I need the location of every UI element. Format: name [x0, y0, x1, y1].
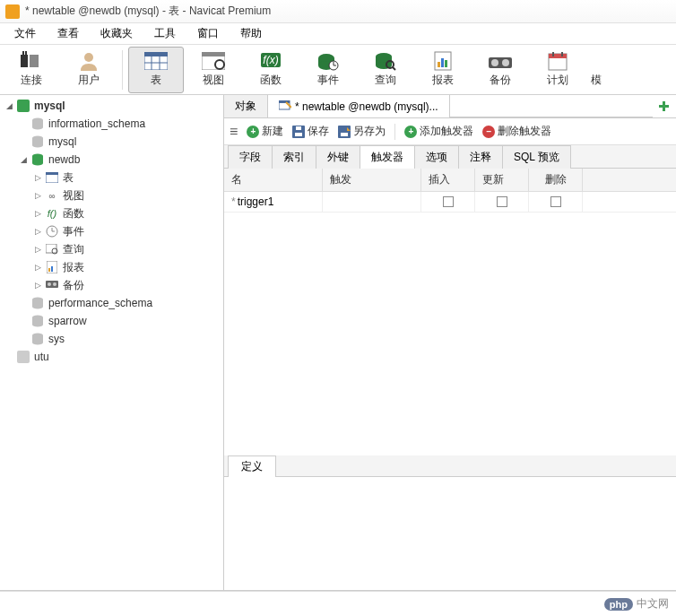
cell-delete[interactable]	[529, 192, 583, 212]
tree-db-performance-schema[interactable]: performance_schema	[0, 294, 223, 312]
cell-update[interactable]	[475, 192, 529, 212]
table-row[interactable]: *trigger1	[224, 192, 676, 213]
col-header-delete[interactable]: 删除	[529, 169, 583, 191]
expand-icon[interactable]: ▷	[32, 244, 43, 255]
action-new[interactable]: + 新建	[247, 124, 283, 139]
database-icon	[30, 332, 45, 346]
checkbox-update[interactable]	[497, 196, 507, 207]
svg-point-32	[502, 59, 509, 66]
toolbar-table[interactable]: 表	[128, 47, 184, 93]
cell-trigger[interactable]	[323, 192, 421, 212]
tree-folder-events[interactable]: ▷ 事件	[0, 222, 223, 240]
svg-line-25	[393, 67, 395, 70]
subtab-triggers[interactable]: 触发器	[360, 145, 415, 169]
col-header-insert[interactable]: 插入	[421, 169, 475, 191]
expand-icon[interactable]: ▷	[32, 280, 43, 291]
tree-db-newdb[interactable]: ◢ newdb	[0, 151, 223, 169]
menu-favorites[interactable]: 收藏夹	[91, 24, 142, 43]
expand-icon[interactable]: ▷	[32, 226, 43, 237]
collapse-icon[interactable]: ◢	[4, 100, 14, 111]
tree-folder-views[interactable]: ▷ ∞ 视图	[0, 187, 223, 204]
svg-point-62	[32, 305, 43, 309]
tab-definition[interactable]: 定义	[228, 455, 276, 477]
definition-tabs: 定义	[224, 455, 676, 477]
database-icon	[30, 134, 45, 149]
svg-rect-11	[202, 52, 225, 56]
checkbox-delete[interactable]	[550, 196, 561, 207]
tree-folder-reports[interactable]: ▷ 报表	[0, 258, 223, 276]
toolbar-backup[interactable]: 备份	[472, 47, 528, 93]
table-edit-icon	[279, 100, 291, 113]
svg-point-43	[32, 143, 43, 148]
tab-add-button[interactable]	[653, 95, 676, 117]
checkbox-insert[interactable]	[443, 196, 454, 207]
definition-panel: 定义	[224, 455, 676, 590]
report-icon	[430, 51, 455, 71]
plus-icon	[657, 100, 672, 114]
subtab-comment[interactable]: 注释	[458, 145, 503, 169]
view-icon: ∞	[45, 188, 59, 203]
toolbar-event[interactable]: 事件	[300, 47, 356, 93]
col-header-trigger[interactable]: 触发	[323, 169, 421, 191]
svg-rect-34	[549, 54, 567, 58]
definition-editor[interactable]	[224, 477, 676, 590]
col-header-update[interactable]: 更新	[475, 169, 529, 191]
action-add-trigger[interactable]: + 添加触发器	[404, 124, 473, 139]
svg-point-31	[491, 59, 498, 66]
content-area: 对象 * newtable @newdb (mysql)... ≡ + 新建 保…	[224, 95, 676, 590]
tree-db-mysql[interactable]: mysql	[0, 133, 223, 151]
col-header-name[interactable]: 名	[224, 169, 323, 191]
menu-view[interactable]: 查看	[48, 24, 88, 43]
toolbar-view[interactable]: 视图	[186, 47, 241, 93]
tree-folder-functions[interactable]: ▷ f() 函数	[0, 204, 223, 222]
function-icon: f()	[45, 206, 59, 221]
tree-folder-queries[interactable]: ▷ 查询	[0, 240, 223, 258]
expand-icon[interactable]: ▷	[32, 208, 43, 219]
toolbar-schedule[interactable]: 计划	[530, 47, 585, 93]
subtab-foreignkeys[interactable]: 外键	[316, 145, 360, 169]
user-icon	[76, 51, 101, 71]
subtab-fields[interactable]: 字段	[228, 145, 273, 169]
action-delete-trigger[interactable]: − 删除触发器	[482, 124, 551, 139]
subtab-options[interactable]: 选项	[414, 145, 459, 169]
svg-point-59	[53, 282, 56, 286]
menu-file[interactable]: 文件	[5, 24, 45, 43]
tree-connection-utu[interactable]: utu	[0, 348, 223, 366]
table-icon	[45, 170, 59, 185]
expand-icon[interactable]: ▷	[32, 262, 43, 273]
cell-name[interactable]: *trigger1	[224, 192, 323, 212]
toolbar-query[interactable]: 查询	[358, 47, 413, 93]
toolbar-user[interactable]: 用户	[61, 47, 117, 93]
trigger-grid[interactable]: 名 触发 插入 更新 删除 *trigger1	[224, 169, 676, 455]
action-saveas[interactable]: 另存为	[338, 124, 386, 139]
tree-folder-backups[interactable]: ▷ 备份	[0, 276, 223, 294]
svg-rect-71	[279, 100, 290, 103]
collapse-icon[interactable]: ◢	[18, 154, 29, 165]
menu-window[interactable]: 窗口	[188, 24, 228, 43]
menu-help[interactable]: 帮助	[231, 24, 271, 43]
connection-tree[interactable]: ◢ mysql information_schema mysql ◢ newdb…	[0, 95, 224, 590]
tree-db-information-schema[interactable]: information_schema	[0, 115, 223, 133]
toolbar-report[interactable]: 报表	[415, 47, 471, 93]
action-save[interactable]: 保存	[292, 124, 329, 139]
tab-objects[interactable]: 对象	[224, 95, 268, 117]
cell-insert[interactable]	[421, 192, 475, 212]
toolbar-function[interactable]: f(x) 函数	[243, 47, 299, 93]
tree-db-sys[interactable]: sys	[0, 330, 223, 348]
tree-db-sparrow[interactable]: sparrow	[0, 312, 223, 330]
toolbar-connection[interactable]: 连接	[4, 47, 59, 93]
expand-icon[interactable]: ▷	[32, 190, 43, 201]
table-icon	[143, 51, 169, 71]
menu-tools[interactable]: 工具	[145, 24, 185, 43]
tab-newtable[interactable]: * newtable @newdb (mysql)...	[268, 95, 450, 117]
expand-icon[interactable]: ▷	[32, 172, 43, 183]
toolbar-model[interactable]: 模	[587, 47, 605, 93]
tree-connection-mysql[interactable]: ◢ mysql	[0, 97, 223, 115]
subtab-indexes[interactable]: 索引	[272, 145, 316, 169]
main-toolbar: 连接 用户 表 视图 f(x) 函数 事件 查询 报表 备份 计划 模	[0, 45, 676, 95]
svg-rect-29	[445, 60, 447, 67]
tree-folder-tables[interactable]: ▷ 表	[0, 169, 223, 187]
hamburger-icon[interactable]: ≡	[230, 124, 238, 140]
subtab-sqlpreview[interactable]: SQL 预览	[502, 145, 571, 169]
svg-rect-28	[441, 58, 444, 67]
